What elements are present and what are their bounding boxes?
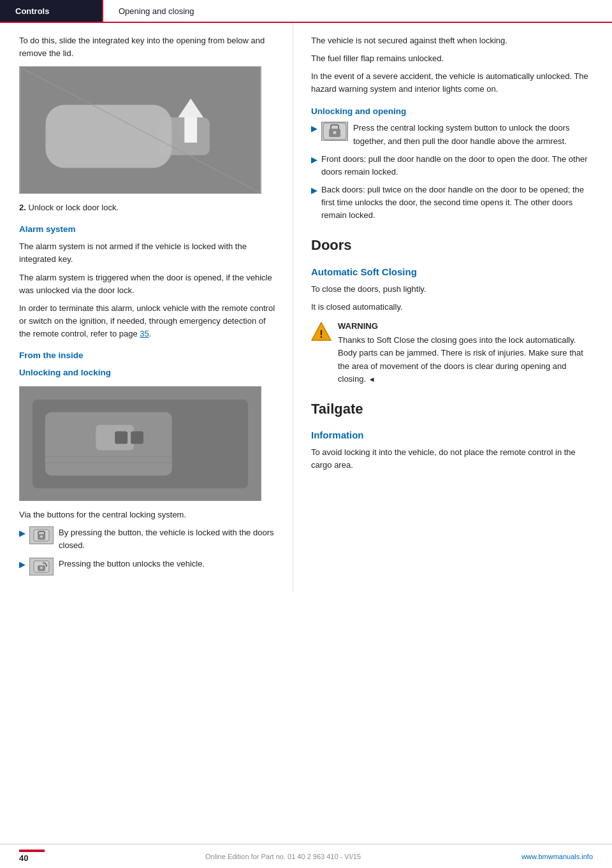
bullet-arrow-r2: ▶ [311,154,317,166]
end-marker: ◄ [368,375,375,383]
alarm-page-ref[interactable]: 35 [140,329,149,338]
lock-icon [29,526,54,544]
alarm-p1: The alarm system is not armed if the veh… [19,240,277,266]
auto-soft-closing-title: Automatic Soft Closing [311,264,597,279]
warning-title: WARNING [338,320,597,333]
unlock-open-bullet-3: ▶ Back doors: pull twice on the door han… [311,184,597,222]
via-buttons-text: Via the buttons for the central locking … [19,509,277,521]
svg-rect-9 [115,431,127,444]
warning-triangle-icon: ! [311,321,332,342]
bullet-arrow-1: ▶ [19,527,26,540]
alarm-p2: The alarm system is triggered when the d… [19,271,277,297]
lock-bullet: ▶ By pressing the button, the vehicle is… [19,526,277,552]
fuel-text: The fuel filler flap remains unlocked. [311,52,597,65]
unlocking-locking-title: Unlocking and locking [19,366,277,380]
unlock-bullet: ▶ Pressing the button unlocks the vehicl… [19,558,277,575]
warning-content: WARNING Thanks to Soft Close the closing… [338,320,597,386]
svg-text:!: ! [319,329,323,340]
left-column: To do this, slide the integrated key int… [0,23,293,592]
page-header: Controls Opening and closing [0,0,612,23]
header-section-label: Opening and closing [102,0,612,22]
step-2: 2. Unlock or lock door lock. [19,201,277,214]
page-number: 40 [19,853,45,863]
unlocking-opening-title: Unlocking and opening [311,105,597,119]
header-controls-label: Controls [0,0,102,22]
bullet-arrow-r1: ▶ [311,122,317,135]
interior-buttons-image [19,386,261,501]
svg-point-23 [333,131,337,134]
auto-soft-p2: It is closed automatically. [311,301,597,314]
intro-text: To do this, slide the integrated key int… [19,34,277,60]
accident-text: In the event of a severe accident, the v… [311,70,597,96]
svg-point-19 [40,567,43,569]
alarm-system-title: Alarm system [19,223,277,236]
from-inside-title: From the inside [19,349,277,363]
central-lock-icon [321,122,348,141]
svg-rect-10 [131,431,143,444]
doors-title: Doors [311,235,597,256]
auto-soft-p1: To close the doors, push lightly. [311,283,597,296]
information-title: Information [311,428,597,442]
footer-page-number: 40 [19,850,45,863]
theft-text: The vehicle is not secured against theft… [311,34,597,47]
content-wrapper: To do this, slide the integrated key int… [0,23,612,592]
page-footer: 40 Online Edition for Part no. 01 40 2 9… [0,844,612,868]
controls-label: Controls [15,6,49,16]
unlock-open-bullet-2: ▶ Front doors: pull the door handle on t… [311,153,597,178]
footer-edition: Online Edition for Part no. 01 40 2 963 … [205,853,361,860]
section-label: Opening and closing [119,6,194,16]
svg-point-16 [40,535,43,538]
bullet-arrow-2: ▶ [19,558,26,571]
unlock-open-bullet-1: ▶ Press the central locking system butto… [311,122,597,147]
unlock-icon [29,558,54,575]
tailgate-title: Tailgate [311,398,597,420]
warning-box: ! WARNING Thanks to Soft Close the closi… [311,320,597,386]
bullet-arrow-r3: ▶ [311,184,317,197]
footer-website: www.bmwmanuals.info [521,853,593,860]
footer-red-bar [19,850,45,852]
right-column: The vehicle is not secured against theft… [293,23,612,592]
tailgate-info: To avoid locking it into the vehicle, do… [311,446,597,472]
door-handle-image [19,66,261,194]
alarm-p3: In order to terminate this alarm, unlock… [19,302,277,340]
